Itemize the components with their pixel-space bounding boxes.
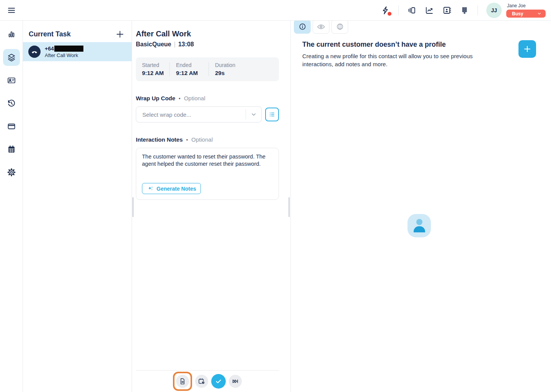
history-icon [7,99,16,108]
info-icon [298,23,306,31]
task-list-item[interactable]: +64 After Call Work [23,42,132,61]
generate-notes-label: Generate Notes [156,186,196,192]
check-icon [215,377,222,385]
wrap-up-code-input[interactable] [136,111,246,118]
tab-insights[interactable] [331,20,348,34]
sparkle-icon [147,185,154,192]
quick-actions-icon[interactable] [381,6,390,15]
status-dropdown[interactable]: Busy [506,10,546,18]
window-icon [7,122,16,131]
tab-info[interactable] [294,20,311,34]
bullet-separator: • [179,96,181,101]
split-circle-icon [336,23,344,31]
task-detail-panel: After Call Work BasicQueue|13:08 Started… [132,21,291,392]
queue-name: BasicQueue [136,41,171,47]
nav-tasks[interactable] [3,49,20,66]
user-chip: JJ Jane Joe Busy [486,3,546,18]
duration-label: Duration [215,62,279,68]
task-actions-bar [136,370,279,392]
generate-notes-button[interactable]: Generate Notes [142,183,201,194]
app-header: JJ Jane Joe Busy [0,0,551,21]
task-phone-prefix: +64 [45,46,54,52]
wrap-up-code-select[interactable] [136,106,262,122]
notes-optional-label: Optional [191,136,213,143]
plus-icon [523,44,532,54]
redacted-phone-number [54,46,83,52]
current-task-panel: Current Task +64 After Call Work [23,21,132,392]
interaction-notes-card: The customer wanted to reset their passw… [136,148,279,200]
plus-icon [115,29,125,39]
nav-calendar[interactable] [3,141,20,158]
skip-action-button[interactable] [229,375,242,388]
gear-icon [7,168,16,177]
panel-title: Current Task [29,30,71,38]
complete-task-button[interactable] [211,374,226,389]
started-value: 9:12 AM [142,70,170,76]
ended-label: Ended [176,62,209,68]
avatar[interactable]: JJ [486,3,502,18]
schedule-action-button[interactable] [195,375,208,388]
wrap-up-list-button[interactable] [265,108,279,121]
interaction-notes-label: Interaction Notes [136,136,183,143]
calendar-clock-icon [198,377,205,385]
add-task-button[interactable] [115,29,125,39]
panels-icon[interactable] [407,6,416,15]
nav-settings[interactable] [3,164,20,181]
dialpad-icon[interactable] [460,6,469,15]
duration-value: 29s [215,70,279,76]
customer-profile-panel: The current customer doesn’t have a prof… [291,21,551,392]
address-book-icon[interactable] [442,6,452,15]
notification-dot [388,12,391,16]
scrollbar-thumb[interactable] [132,197,134,217]
list-icon [268,111,276,118]
tutorial-highlight-ring [173,372,192,391]
scrollbar-thumb[interactable] [289,197,290,217]
queue-timer-separator: | [174,41,175,47]
started-label: Started [142,62,170,68]
document-icon [179,377,186,385]
wrap-up-code-label: Wrap Up Code [136,95,175,101]
wrap-up-optional-label: Optional [184,95,205,101]
nav-metrics[interactable] [3,26,20,43]
no-profile-heading: The current customer doesn’t have a prof… [302,41,486,49]
eye-icon [317,23,325,31]
layers-icon [7,53,16,62]
task-detail-title: After Call Work [136,29,279,38]
no-profile-body: Creating a new profile for this contact … [302,52,486,68]
nav-window[interactable] [3,118,20,135]
nav-history[interactable] [3,95,20,112]
profile-tabs [294,20,348,34]
header-divider [398,5,399,15]
task-times-card: Started 9:12 AM Ended 9:12 AM Duration 2… [136,57,279,81]
header-divider [478,5,478,15]
tab-preview[interactable] [313,20,329,34]
no-profile-message: The current customer doesn’t have a prof… [302,41,486,68]
chevron-down-icon[interactable] [246,111,261,118]
task-subtitle: After Call Work [45,52,83,58]
nav-contacts[interactable] [3,72,20,89]
customer-avatar-placeholder [408,214,431,237]
create-profile-button[interactable] [518,40,536,58]
bullet-separator: • [186,137,188,143]
status-badge: Busy [512,11,523,16]
interaction-notes-textarea[interactable]: The customer wanted to reset their passw… [142,153,273,177]
metrics-icon[interactable] [425,6,434,15]
bar-chart-icon [7,30,16,39]
hamburger-menu-icon[interactable] [7,6,16,15]
contact-card-icon [7,76,16,85]
user-name: Jane Joe [506,3,546,8]
calendar-icon [7,145,16,154]
ended-value: 9:12 AM [176,70,209,76]
chevron-down-icon [537,11,542,16]
person-icon [416,219,422,225]
task-timer: 13:08 [178,41,194,47]
person-icon [414,226,425,232]
notes-action-button[interactable] [176,375,189,388]
phone-down-icon [28,46,41,58]
nav-rail [0,21,23,392]
skip-icon [231,377,239,385]
